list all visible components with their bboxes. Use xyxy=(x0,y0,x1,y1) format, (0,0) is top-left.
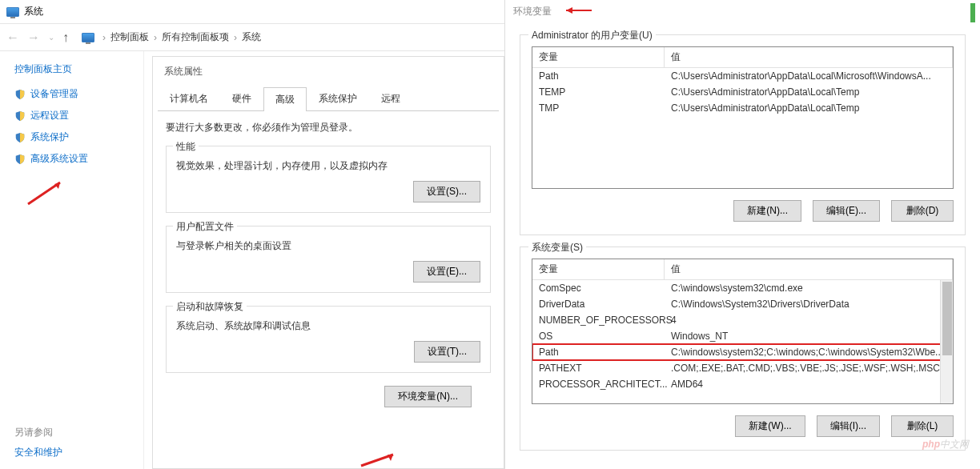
profiles-group: 用户配置文件 与登录帐户相关的桌面设置 设置(E)... xyxy=(166,226,491,293)
dialog-title-row: 环境变量 xyxy=(505,0,980,23)
table-row[interactable]: TEMP C:\Users\Administrator\AppData\Loca… xyxy=(532,84,953,100)
user-vars-fieldset: Administrator 的用户变量(U) 变量 值 Path C:\User… xyxy=(520,34,966,235)
user-vars-table[interactable]: 变量 值 Path C:\Users\Administrator\AppData… xyxy=(532,46,954,189)
table-row[interactable]: TMP C:\Users\Administrator\AppData\Local… xyxy=(532,100,953,116)
table-row[interactable]: ComSpecC:\windows\system32\cmd.exe xyxy=(532,280,953,296)
group-title: 启动和故障恢复 xyxy=(173,300,247,314)
col-variable[interactable]: 变量 xyxy=(532,47,665,67)
table-row[interactable]: PROCESSOR_ARCHITECT...AMD64 xyxy=(532,376,953,392)
col-variable[interactable]: 变量 xyxy=(532,259,665,279)
fieldset-legend: 系统变量(S) xyxy=(528,241,586,255)
sidebar: 控制面板主页 设备管理器 远程设置 系统保护 高级系统设置 另请参阅 安全和维护 xyxy=(0,51,144,469)
tab-remote[interactable]: 远程 xyxy=(369,86,412,110)
sys-vars-fieldset: 系统变量(S) 变量 值 ComSpecC:\windows\system32\… xyxy=(520,247,966,451)
forward-arrow-icon[interactable]: → xyxy=(27,30,40,45)
annotation-arrow-icon xyxy=(24,176,72,208)
tab-hardware[interactable]: 硬件 xyxy=(220,86,263,110)
sidebar-heading[interactable]: 控制面板主页 xyxy=(14,62,135,76)
table-row-selected[interactable]: PathC:\windows\system32;C:\windows;C:\wi… xyxy=(532,344,953,360)
caret-down-icon[interactable]: ⌄ xyxy=(48,33,54,42)
sidebar-item-label: 系统保护 xyxy=(30,130,69,144)
user-new-button[interactable]: 新建(N)... xyxy=(733,200,801,222)
annotation-arrow-icon xyxy=(357,450,405,469)
shield-icon xyxy=(14,154,26,165)
breadcrumb-item[interactable]: 控制面板 xyxy=(110,30,149,44)
table-header: 变量 值 xyxy=(532,259,953,280)
group-desc: 视觉效果，处理器计划，内存使用，以及虚拟内存 xyxy=(176,159,480,173)
table-row[interactable]: DriverDataC:\Windows\System32\Drivers\Dr… xyxy=(532,296,953,312)
breadcrumb-item[interactable]: 所有控制面板项 xyxy=(162,30,229,44)
system-window: 系统 ← → ⌄ ↑ › 控制面板 › 所有控制面板项 › 系统 控制面板主页 … xyxy=(0,0,504,469)
col-value[interactable]: 值 xyxy=(665,47,953,67)
dialog-title: 系统属性 xyxy=(153,57,504,86)
tab-advanced[interactable]: 高级 xyxy=(263,87,307,111)
progress-indicator xyxy=(970,3,975,22)
table-row[interactable]: NUMBER_OF_PROCESSORS4 xyxy=(532,312,953,328)
user-delete-button[interactable]: 删除(D) xyxy=(891,200,954,222)
system-icon xyxy=(6,7,19,17)
table-row[interactable]: PATHEXT.COM;.EXE;.BAT;.CMD;.VBS;.VBE;.JS… xyxy=(532,360,953,376)
sys-vars-table[interactable]: 变量 值 ComSpecC:\windows\system32\cmd.exe … xyxy=(532,259,954,404)
sidebar-item-label: 远程设置 xyxy=(30,109,69,122)
dialog-title: 环境变量 xyxy=(513,5,552,18)
sys-edit-button[interactable]: 编辑(I)... xyxy=(817,415,880,437)
chevron-right-icon: › xyxy=(102,32,106,43)
startup-group: 启动和故障恢复 系统启动、系统故障和调试信息 设置(T)... xyxy=(166,306,491,373)
chevron-right-icon: › xyxy=(234,32,237,43)
sys-new-button[interactable]: 新建(W)... xyxy=(735,415,805,437)
sidebar-item-protection[interactable]: 系统保护 xyxy=(14,130,135,144)
env-vars-button[interactable]: 环境变量(N)... xyxy=(384,386,472,407)
sidebar-item-advanced[interactable]: 高级系统设置 xyxy=(14,152,135,166)
shield-icon xyxy=(14,132,26,143)
back-arrow-icon[interactable]: ← xyxy=(6,30,19,45)
scrollbar[interactable] xyxy=(940,280,953,403)
sidebar-item-device-manager[interactable]: 设备管理器 xyxy=(14,87,135,101)
group-title: 性能 xyxy=(173,140,199,154)
profiles-settings-button[interactable]: 设置(E)... xyxy=(413,261,480,283)
annotation-arrow-icon xyxy=(561,5,593,18)
startup-settings-button[interactable]: 设置(T)... xyxy=(414,341,480,363)
user-edit-button[interactable]: 编辑(E)... xyxy=(813,200,880,222)
performance-group: 性能 视觉效果，处理器计划，内存使用，以及虚拟内存 设置(S)... xyxy=(166,146,491,213)
table-header: 变量 值 xyxy=(532,47,953,68)
titlebar: 系统 xyxy=(0,0,504,24)
group-desc: 与登录帐户相关的桌面设置 xyxy=(176,239,480,253)
sys-delete-button[interactable]: 删除(L) xyxy=(891,415,954,437)
shield-icon xyxy=(14,89,26,100)
table-row[interactable]: OSWindows_NT xyxy=(532,328,953,344)
up-arrow-icon[interactable]: ↑ xyxy=(62,30,69,45)
see-also-heading: 另请参阅 xyxy=(14,426,62,439)
window-title: 系统 xyxy=(24,5,43,18)
sidebar-item-label: 设备管理器 xyxy=(30,87,78,101)
fieldset-legend: Administrator 的用户变量(U) xyxy=(528,29,656,42)
tab-protection[interactable]: 系统保护 xyxy=(307,86,369,110)
shield-icon xyxy=(14,110,26,122)
col-value[interactable]: 值 xyxy=(665,259,953,279)
breadcrumb[interactable]: › 控制面板 › 所有控制面板项 › 系统 xyxy=(102,30,261,44)
tabs: 计算机名 硬件 高级 系统保护 远程 xyxy=(158,86,499,111)
group-title: 用户配置文件 xyxy=(173,220,237,234)
breadcrumb-icon xyxy=(82,33,94,42)
nav-row: ← → ⌄ ↑ › 控制面板 › 所有控制面板项 › 系统 xyxy=(0,24,504,51)
table-row[interactable]: Path C:\Users\Administrator\AppData\Loca… xyxy=(532,68,953,84)
sidebar-item-remote[interactable]: 远程设置 xyxy=(14,109,135,122)
group-desc: 系统启动、系统故障和调试信息 xyxy=(176,319,480,333)
sidebar-item-label: 高级系统设置 xyxy=(30,152,88,166)
sidebar-item-security[interactable]: 安全和维护 xyxy=(14,446,62,459)
tab-computer-name[interactable]: 计算机名 xyxy=(158,86,220,110)
scrollbar-thumb[interactable] xyxy=(942,282,952,355)
env-vars-dialog: 环境变量 Administrator 的用户变量(U) 变量 值 Path C:… xyxy=(504,0,980,469)
admin-message: 要进行大多数更改，你必须作为管理员登录。 xyxy=(166,121,491,134)
chevron-right-icon: › xyxy=(154,32,157,43)
system-properties-dialog: 系统属性 计算机名 硬件 高级 系统保护 远程 要进行大多数更改，你必须作为管理… xyxy=(152,56,504,469)
breadcrumb-item[interactable]: 系统 xyxy=(242,30,261,44)
perf-settings-button[interactable]: 设置(S)... xyxy=(413,181,480,202)
